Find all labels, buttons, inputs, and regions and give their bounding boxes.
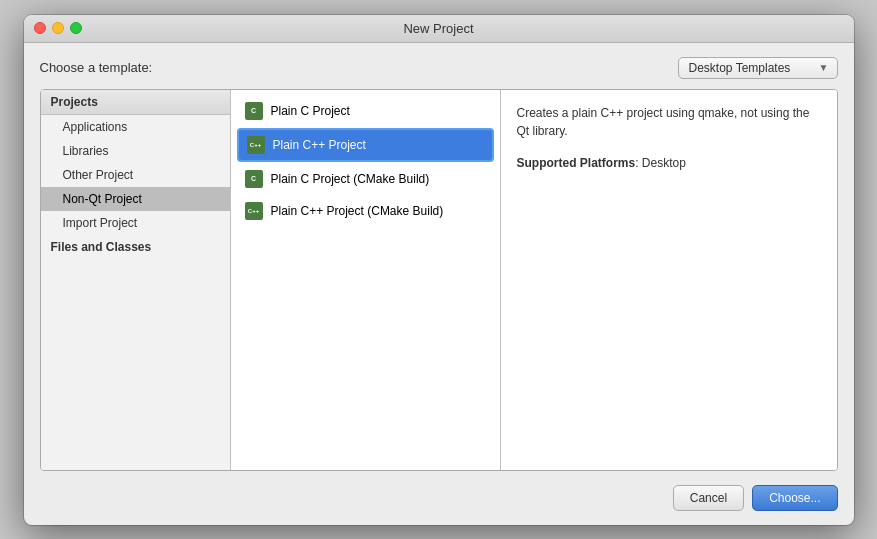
dropdown-label: Desktop Templates xyxy=(689,61,791,75)
sidebar-item-import-project[interactable]: Import Project xyxy=(41,211,230,235)
plain-c-cmake-icon: C xyxy=(245,170,263,188)
traffic-lights xyxy=(34,22,82,34)
project-item-plain-cpp[interactable]: C++ Plain C++ Project xyxy=(237,128,494,162)
project-item-plain-cpp-label: Plain C++ Project xyxy=(273,138,366,152)
choose-button[interactable]: Choose... xyxy=(752,485,837,511)
bottom-row: Cancel Choose... xyxy=(40,481,838,511)
top-row: Choose a template: Desktop Templates ▼ xyxy=(40,57,838,79)
plain-cpp-cmake-icon: C++ xyxy=(245,202,263,220)
template-dropdown[interactable]: Desktop Templates ▼ xyxy=(678,57,838,79)
left-panel: Projects Applications Libraries Other Pr… xyxy=(41,90,231,470)
main-content: Projects Applications Libraries Other Pr… xyxy=(40,89,838,471)
project-item-plain-c-label: Plain C Project xyxy=(271,104,350,118)
right-panel: Creates a plain C++ project using qmake,… xyxy=(501,90,837,470)
project-item-plain-cpp-cmake[interactable]: C++ Plain C++ Project (CMake Build) xyxy=(237,196,494,226)
minimize-button[interactable] xyxy=(52,22,64,34)
sidebar-item-applications[interactable]: Applications xyxy=(41,115,230,139)
maximize-button[interactable] xyxy=(70,22,82,34)
project-description: Creates a plain C++ project using qmake,… xyxy=(517,104,821,140)
project-item-plain-cpp-cmake-label: Plain C++ Project (CMake Build) xyxy=(271,204,444,218)
middle-panel: C Plain C Project C++ Plain C++ Project … xyxy=(231,90,501,470)
sidebar-item-libraries[interactable]: Libraries xyxy=(41,139,230,163)
sidebar-item-files-and-classes[interactable]: Files and Classes xyxy=(41,235,230,259)
project-item-plain-c-cmake-label: Plain C Project (CMake Build) xyxy=(271,172,430,186)
choose-template-label: Choose a template: xyxy=(40,60,153,75)
sidebar-item-non-qt-project[interactable]: Non-Qt Project xyxy=(41,187,230,211)
left-panel-header: Projects xyxy=(41,90,230,115)
window-body: Choose a template: Desktop Templates ▼ P… xyxy=(24,43,854,525)
platforms-value: : Desktop xyxy=(635,156,686,170)
project-item-plain-c-cmake[interactable]: C Plain C Project (CMake Build) xyxy=(237,164,494,194)
platforms-label: Supported Platforms xyxy=(517,156,636,170)
project-item-plain-c[interactable]: C Plain C Project xyxy=(237,96,494,126)
title-bar: New Project xyxy=(24,15,854,43)
plain-cpp-icon: C++ xyxy=(247,136,265,154)
close-button[interactable] xyxy=(34,22,46,34)
plain-c-icon: C xyxy=(245,102,263,120)
new-project-window: New Project Choose a template: Desktop T… xyxy=(24,15,854,525)
sidebar-item-other-project[interactable]: Other Project xyxy=(41,163,230,187)
dropdown-arrow-icon: ▼ xyxy=(819,62,829,73)
window-title: New Project xyxy=(403,21,473,36)
supported-platforms: Supported Platforms: Desktop xyxy=(517,154,821,172)
cancel-button[interactable]: Cancel xyxy=(673,485,744,511)
